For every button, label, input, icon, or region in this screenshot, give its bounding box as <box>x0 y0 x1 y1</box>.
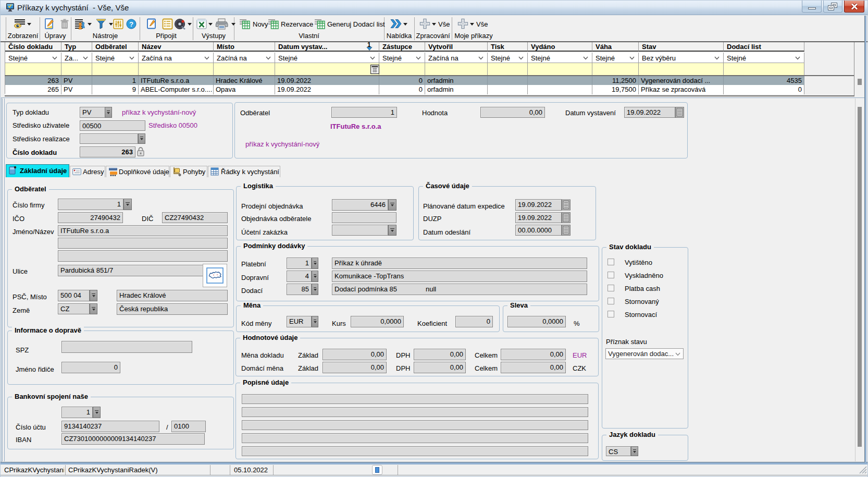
svg-text:?: ? <box>129 20 133 28</box>
